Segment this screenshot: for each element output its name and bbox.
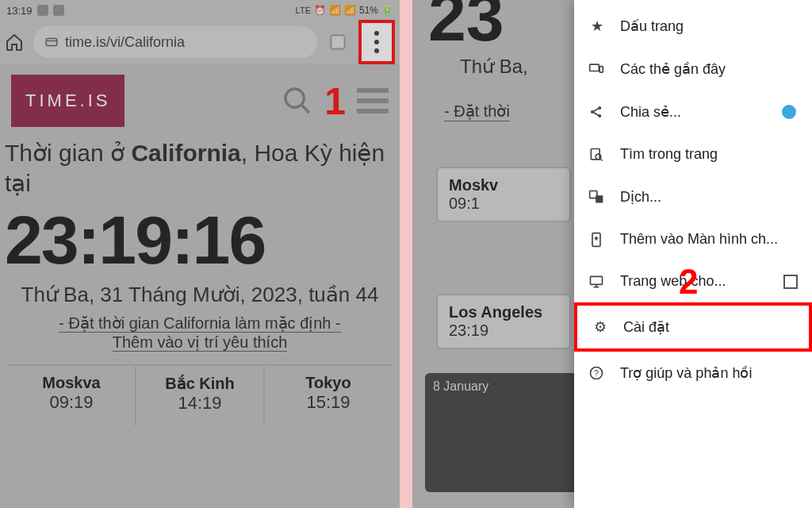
action-links: - Đặt thời gian California làm mặc định …: [0, 309, 400, 360]
city-cell[interactable]: Bắc Kinh 14:19: [136, 366, 265, 426]
peek-city-time: 23:19: [449, 321, 558, 340]
svg-rect-6: [599, 67, 603, 73]
svg-rect-0: [46, 39, 57, 46]
peek-video-thumbnail: 8 January: [425, 373, 584, 492]
svg-rect-18: [591, 276, 603, 284]
battery-icon: 🔋: [381, 5, 393, 16]
signal-icon: 📶: [344, 5, 356, 16]
menu-recent-tabs[interactable]: Các thẻ gần đây: [574, 48, 812, 90]
kebab-icon: [374, 31, 379, 53]
svg-rect-5: [590, 64, 599, 71]
translate-icon: [588, 189, 606, 205]
net-icon: LTE: [296, 6, 311, 15]
star-icon: ★: [588, 17, 606, 35]
statusbar: 13:19 LTE ⏰ 📶 📶 51% 🔋: [0, 0, 400, 21]
city-time: 15:19: [268, 392, 389, 413]
menu-label: Dịch...: [620, 188, 661, 206]
menu-bookmarks[interactable]: ★ Dấu trang: [574, 5, 812, 48]
city-time: 09:19: [11, 392, 132, 413]
desktop-site-checkbox[interactable]: [783, 275, 798, 289]
url-text: time.is/vi/California: [65, 34, 185, 51]
video-date: 8 January: [433, 379, 488, 393]
gear-icon: ⚙: [592, 318, 609, 336]
tabs-button[interactable]: [322, 26, 354, 58]
menu-share[interactable]: Chia sẻ...: [574, 90, 812, 133]
peek-date: Thứ Ba,: [460, 56, 528, 78]
site-info-icon[interactable]: [44, 35, 59, 49]
share-icon: [588, 104, 606, 120]
main-clock: 23:19:16: [0, 198, 400, 279]
left-screenshot: 13:19 LTE ⏰ 📶 📶 51% 🔋 time.is/vi/Califor…: [0, 0, 400, 508]
svg-line-11: [594, 113, 599, 115]
city-name: Bắc Kinh: [140, 374, 260, 393]
svg-line-14: [600, 159, 603, 161]
menu-label: Thêm vào Màn hình ch...: [620, 231, 778, 248]
site-logo[interactable]: TIME.IS: [11, 75, 124, 127]
share-app-badge: [780, 103, 798, 121]
menu-settings[interactable]: ⚙ Cài đặt: [574, 302, 812, 352]
peek-city-name: Moskv: [449, 176, 558, 194]
add-favorite-link[interactable]: Thêm vào vị trí yêu thích: [113, 333, 288, 352]
svg-rect-2: [331, 35, 344, 48]
svg-line-10: [594, 109, 599, 111]
svg-line-4: [301, 105, 309, 113]
hamburger-icon[interactable]: [357, 88, 389, 114]
status-app-icon: [37, 5, 48, 16]
city-name: Tokyo: [268, 374, 389, 392]
menu-desktop-site[interactable]: Trang web cho... 2: [574, 260, 812, 302]
city-cell[interactable]: Tokyo 15:19: [265, 366, 392, 426]
svg-point-3: [285, 89, 304, 107]
menu-label: Trang web cho...: [620, 273, 726, 290]
search-icon[interactable]: [282, 85, 313, 117]
city-name: Moskva: [11, 374, 132, 392]
chrome-overflow-menu: ★ Dấu trang Các thẻ gần đây Chia sẻ... T…: [574, 0, 812, 508]
city-times-row: Moskva 09:19 Bắc Kinh 14:19 Tokyo 15:19: [8, 364, 392, 426]
menu-translate[interactable]: Dịch...: [574, 175, 812, 218]
devices-icon: [588, 61, 606, 77]
add-to-home-icon: [588, 232, 606, 248]
help-icon: ?: [588, 365, 606, 381]
city-time: 14:19: [140, 393, 260, 414]
page-title: Thời gian ở California, Hoa Kỳ hiện tại: [0, 130, 400, 198]
menu-label: Chia sẻ...: [620, 103, 681, 121]
date-line: Thứ Ba, 31 Tháng Mười, 2023, tuần 44: [0, 279, 400, 309]
peek-city-time: 09:1: [449, 194, 558, 213]
menu-label: Tìm trong trang: [620, 146, 718, 163]
menu-label: Các thẻ gần đây: [620, 60, 726, 78]
set-default-link[interactable]: - Đặt thời gian California làm mặc định …: [59, 314, 340, 333]
city-cell[interactable]: Moskva 09:19: [8, 366, 136, 426]
peek-link: - Đặt thời: [444, 102, 510, 121]
browser-toolbar: time.is/vi/California: [0, 21, 400, 64]
wifi-icon: 📶: [329, 5, 341, 16]
right-screenshot: 23 Thứ Ba, - Đặt thời Moskv 09:1 Los Ang…: [412, 0, 812, 508]
menu-help-feedback[interactable]: ? Trợ giúp và phản hồi: [574, 352, 812, 394]
menu-label: Trợ giúp và phản hồi: [620, 364, 752, 382]
battery-percent: 51%: [359, 5, 378, 16]
statusbar-time: 13:19: [6, 5, 33, 17]
status-app-icon: [53, 5, 64, 16]
title-bold: California: [131, 140, 240, 166]
menu-add-to-home[interactable]: Thêm vào Màn hình ch...: [574, 218, 812, 260]
svg-rect-16: [596, 195, 603, 202]
desktop-icon: [588, 274, 606, 290]
peek-clock: 23: [428, 0, 504, 56]
url-bar[interactable]: time.is/vi/California: [33, 26, 317, 58]
menu-label: Dấu trang: [620, 17, 684, 35]
alarm-icon: ⏰: [314, 5, 326, 16]
peek-city-card: Los Angeles 23:19: [436, 294, 571, 349]
annotation-step-1: 1: [324, 79, 346, 123]
svg-text:?: ?: [594, 368, 599, 378]
menu-find-in-page[interactable]: Tìm trong trang: [574, 133, 812, 175]
peek-city-card: Moskv 09:1: [436, 167, 571, 222]
more-menu-button[interactable]: [358, 20, 395, 64]
site-header: TIME.IS 1: [0, 64, 400, 130]
title-prefix: Thời gian ở: [5, 140, 131, 166]
find-icon: [588, 147, 606, 163]
menu-label: Cài đặt: [623, 318, 669, 336]
home-icon[interactable]: [5, 33, 29, 52]
peek-city-name: Los Angeles: [449, 303, 558, 321]
